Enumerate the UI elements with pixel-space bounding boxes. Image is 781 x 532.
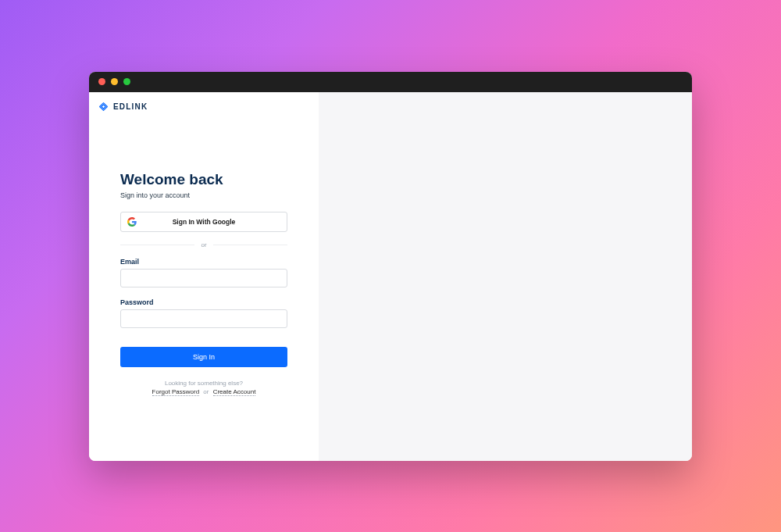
email-field[interactable] xyxy=(120,269,287,287)
divider-line xyxy=(213,245,287,245)
login-pane: EDLINK Welcome back Sign into your accou… xyxy=(89,92,319,461)
gradient-backdrop: EDLINK Welcome back Sign into your accou… xyxy=(0,0,781,532)
page-subtitle: Sign into your account xyxy=(120,191,287,199)
footer-or: or xyxy=(201,388,211,395)
footer: Looking for something else? Forgot Passw… xyxy=(120,380,287,395)
sign-in-button[interactable]: Sign In xyxy=(120,347,287,367)
brand: EDLINK xyxy=(89,102,319,112)
page-title: Welcome back xyxy=(120,171,287,188)
brand-name: EDLINK xyxy=(113,102,148,111)
login-form: Welcome back Sign into your account Sign… xyxy=(89,112,319,395)
footer-links: Forgot Password or Create Account xyxy=(120,388,287,395)
divider-text: or xyxy=(194,241,212,248)
maximize-window-button[interactable] xyxy=(123,78,130,85)
forgot-password-link[interactable]: Forgot Password xyxy=(152,388,199,396)
divider-line xyxy=(120,245,194,245)
footer-prompt: Looking for something else? xyxy=(120,380,287,387)
window-titlebar xyxy=(89,72,692,92)
password-field[interactable] xyxy=(120,309,287,328)
password-label: Password xyxy=(120,298,287,306)
minimize-window-button[interactable] xyxy=(111,78,118,85)
google-button-label: Sign In With Google xyxy=(173,218,236,226)
window-content: EDLINK Welcome back Sign into your accou… xyxy=(89,92,692,461)
google-icon xyxy=(127,217,137,227)
edlink-logo-icon xyxy=(98,102,109,112)
sign-in-with-google-button[interactable]: Sign In With Google xyxy=(120,212,287,232)
close-window-button[interactable] xyxy=(98,78,105,85)
create-account-link[interactable]: Create Account xyxy=(213,388,256,396)
email-label: Email xyxy=(120,258,287,266)
divider: or xyxy=(120,241,287,248)
app-window: EDLINK Welcome back Sign into your accou… xyxy=(89,72,692,461)
secondary-pane xyxy=(319,92,692,461)
